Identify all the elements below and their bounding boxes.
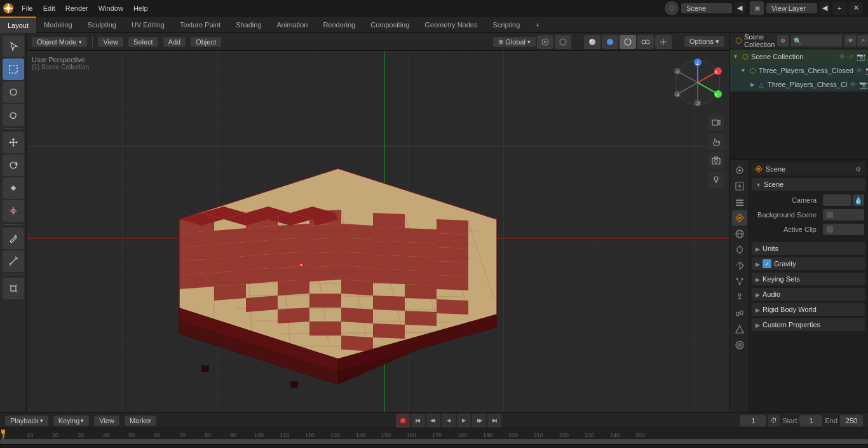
view-layer-selector[interactable]: View Layer (766, 3, 817, 13)
viewport[interactable]: Object Mode ▾ View Select Add Object ⊕ G… (27, 33, 729, 412)
props-constraints-tab[interactable] (732, 306, 747, 321)
menu-file[interactable]: File (17, 0, 38, 17)
move-tool[interactable] (3, 132, 24, 153)
add-view-layer[interactable]: + (832, 2, 846, 15)
tab-texture-paint[interactable]: Texture Paint (172, 17, 228, 33)
select-lasso-tool[interactable] (3, 104, 24, 126)
play-btn[interactable] (457, 414, 471, 428)
units-coll-header[interactable]: Units (752, 242, 865, 255)
start-frame[interactable]: 1 (799, 415, 822, 426)
end-frame[interactable]: 250 (840, 415, 863, 426)
view-layer-browse[interactable]: ◀ (820, 2, 830, 15)
bg-scene-value[interactable] (823, 209, 864, 221)
outliner-select[interactable]: ↗ (857, 35, 868, 46)
menu-edit[interactable]: Edit (38, 0, 60, 17)
props-physics-tab[interactable] (732, 290, 747, 305)
select-circle-tool[interactable] (3, 81, 24, 103)
record-btn[interactable] (396, 414, 410, 428)
options-btn[interactable]: Options ▾ (684, 36, 724, 47)
props-scene-tab[interactable] (732, 210, 747, 226)
step-back-btn[interactable] (426, 414, 440, 428)
keying-menu[interactable]: Keying ▾ (53, 416, 90, 426)
props-render-tab[interactable] (732, 163, 747, 178)
object-mode-selector[interactable]: Object Mode ▾ (32, 37, 87, 47)
add-cube-tool[interactable] (3, 278, 24, 299)
camera-value[interactable] (823, 194, 851, 206)
marker-menu[interactable]: Marker (125, 416, 156, 426)
transform-tool[interactable] (3, 200, 24, 222)
viewport-gizmo-widget[interactable]: X Y Z -X -Y (672, 57, 723, 108)
tab-modeling[interactable]: Modeling (36, 17, 80, 33)
view-menu-tl[interactable]: View (94, 416, 119, 426)
add-workspace[interactable]: + (527, 17, 546, 33)
scene-browse[interactable]: ◀ (735, 2, 745, 15)
outliner-row-chess-mesh[interactable]: ▶ △ Three_Players_Chess_Cl 👁 📷 (730, 78, 868, 92)
tab-scripting[interactable]: Scripting (485, 17, 527, 33)
timeline-ruler[interactable]: 1 10 20 30 40 50 60 70 80 90 100 110 120… (0, 428, 868, 444)
camera-eyedropper[interactable]: 💧 (853, 194, 864, 206)
props-output-tab[interactable] (732, 179, 747, 194)
blender-logo[interactable] (0, 0, 17, 17)
menu-help[interactable]: Help (128, 0, 153, 17)
proportional-toggle[interactable] (555, 35, 571, 49)
props-world-tab[interactable] (732, 226, 747, 241)
select-menu[interactable]: Select (128, 37, 158, 47)
annotate-tool[interactable] (3, 227, 24, 249)
props-particles-tab[interactable] (732, 274, 747, 289)
select-box-tool[interactable] (3, 58, 24, 80)
frame-clock[interactable]: ⏱ (768, 415, 780, 426)
viewport-shading-solid[interactable] (584, 35, 600, 49)
tab-geometry-nodes[interactable]: Geometry Nodes (417, 17, 485, 33)
viewport-gizmo[interactable] (655, 35, 672, 49)
props-object-tab[interactable] (732, 242, 747, 257)
menu-render[interactable]: Render (60, 0, 93, 17)
tab-animation[interactable]: Animation (269, 17, 316, 33)
outliner-row-chess-collection[interactable]: ▼ ⬡ Three_Players_Chess_Closed 👁 📷 (730, 64, 868, 78)
measure-tool[interactable] (3, 250, 24, 272)
rigid-body-coll-header[interactable]: Rigid Body World (752, 303, 865, 316)
tab-compositing[interactable]: Compositing (363, 17, 417, 33)
outliner-filter[interactable]: ⚙ (777, 35, 789, 46)
active-clip-value[interactable] (823, 224, 864, 235)
props-viewlayer-tab[interactable] (732, 194, 747, 210)
jump-start-btn[interactable] (411, 414, 425, 428)
viewport-shading-material[interactable] (602, 35, 618, 49)
rotate-tool[interactable] (3, 154, 24, 176)
props-modifier-tab[interactable] (732, 258, 747, 273)
scene-selector[interactable]: Scene (681, 3, 732, 13)
transform-pivot[interactable]: ⊕ Global ▾ (493, 37, 536, 47)
audio-coll-header[interactable]: Audio (752, 288, 865, 301)
menu-window[interactable]: Window (93, 0, 128, 17)
camera-view[interactable] (708, 114, 724, 131)
scene-coll-header[interactable]: Scene (752, 178, 865, 191)
snap-toggle[interactable] (537, 35, 553, 49)
scene-options[interactable]: ⚙ (853, 164, 863, 174)
timeline-scrollbar-thumb[interactable] (0, 439, 868, 444)
add-menu[interactable]: Add (163, 37, 186, 47)
object-menu[interactable]: Object (191, 37, 221, 47)
tab-layout[interactable]: Layout (0, 17, 36, 33)
viewport-shading-rendered[interactable] (620, 35, 636, 49)
gravity-checkbox[interactable]: ✓ (763, 259, 771, 268)
light-icon[interactable] (708, 172, 724, 188)
tab-rendering[interactable]: Rendering (315, 17, 363, 33)
tab-shading[interactable]: Shading (228, 17, 269, 33)
scale-tool[interactable] (3, 177, 24, 199)
keying-coll-header[interactable]: Keying Sets (752, 273, 865, 285)
custom-props-coll-header[interactable]: Custom Properties (752, 318, 865, 331)
tab-sculpting[interactable]: Sculpting (80, 17, 124, 33)
step-fwd-btn[interactable] (472, 414, 486, 428)
hand-tool[interactable] (708, 133, 724, 150)
props-objdata-tab[interactable] (732, 322, 747, 337)
outliner-search[interactable]: 🔍 (791, 35, 842, 46)
outliner-eye[interactable]: 👁 (844, 35, 856, 46)
camera-icon[interactable] (708, 153, 724, 169)
playback-menu[interactable]: Playback ▾ (5, 416, 48, 426)
current-frame[interactable]: 1 (740, 415, 766, 426)
props-material-tab[interactable] (732, 337, 747, 353)
cursor-tool[interactable] (3, 36, 24, 57)
remove-view-layer[interactable]: ✕ (849, 2, 863, 15)
view-menu[interactable]: View (98, 37, 123, 47)
timeline-scrollbar[interactable] (0, 439, 868, 444)
viewport-overlays[interactable] (637, 35, 654, 49)
